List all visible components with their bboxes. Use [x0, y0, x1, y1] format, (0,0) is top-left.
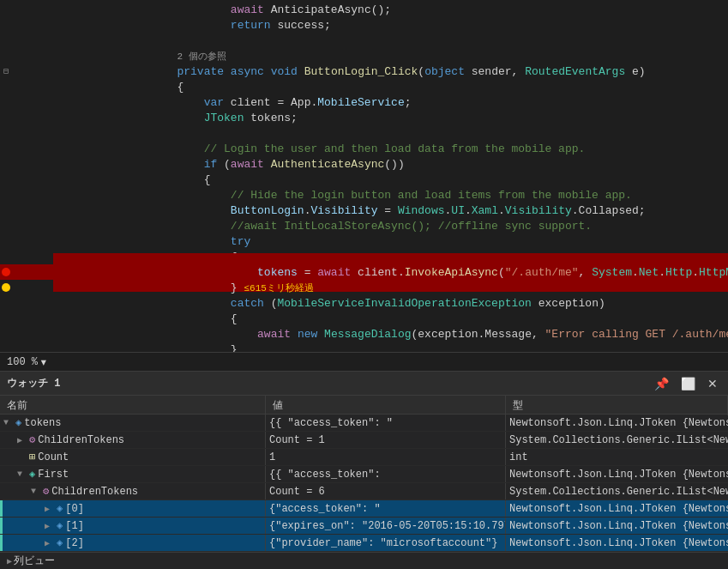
- bottom-arrow-icon: ▶: [7, 556, 12, 566]
- green-bar: [0, 500, 3, 517]
- code-content: }: [53, 330, 728, 353]
- watch-cell-name: ▶ ⚙ ChildrenTokens: [0, 432, 266, 448]
- col-header-value: 値: [266, 396, 506, 415]
- watch-cell-type: Newtonsoft.Json.Linq.JToken {Newtons: [506, 518, 728, 534]
- green-bar: [0, 518, 3, 534]
- expand-icon[interactable]: ▶: [45, 521, 57, 531]
- zoom-level: 100 %: [7, 356, 38, 368]
- children-icon: ⚙: [43, 485, 49, 498]
- watch-close-button[interactable]: ✕: [704, 375, 721, 392]
- watch-cell-type: Newtonsoft.Json.Linq.JToken {Newtons: [506, 466, 728, 482]
- green-bar: [0, 535, 3, 551]
- code-editor: await AnticipateAsync(); return success;: [0, 0, 728, 352]
- first-icon: ◈: [29, 468, 35, 481]
- expand-icon[interactable]: ▶: [17, 435, 29, 445]
- expand-icon[interactable]: ▶: [45, 504, 57, 514]
- warning-indicator: [0, 283, 12, 292]
- breakpoint-indicator: [0, 268, 12, 276]
- item-icon: ◈: [57, 519, 63, 532]
- watch-cell-name: ▼ ⚙ ChildrenTokens: [0, 483, 266, 499]
- col-header-name: 名前: [0, 396, 266, 415]
- watch-cell-value: {{ "access_token":: [266, 466, 506, 482]
- watch-panel: ウォッチ 1 📌 ⬜ ✕ 名前 値 型 ▼ ◈: [0, 371, 728, 569]
- watch-row-childrentokens1[interactable]: ▶ ⚙ ChildrenTokens Count = 1 System.Coll…: [0, 432, 728, 449]
- expand-icon[interactable]: ▼: [31, 487, 43, 496]
- watch-table-header: 名前 値 型: [0, 396, 728, 415]
- token-icon: ◈: [15, 416, 21, 429]
- col-header-type: 型: [506, 396, 728, 415]
- watch-cell-name: ▼ ◈ tokens: [0, 415, 266, 431]
- zoom-dropdown-icon[interactable]: ▾: [39, 354, 48, 371]
- bottom-bar[interactable]: ▶ 列ビュー: [0, 552, 728, 569]
- watch-cell-type: Newtonsoft.Json.Linq.JToken {Newtons: [506, 415, 728, 431]
- watch-cell-value: {"expires_on": "2016-05-20T05:15:10.7975…: [266, 518, 506, 534]
- watch-cell-value: {"provider_name": "microsoftaccount"}: [266, 535, 506, 551]
- watch-cell-value: 1: [266, 449, 506, 465]
- watch-cell-type: int: [506, 449, 728, 465]
- code-line: JToken tokens;: [0, 110, 728, 125]
- watch-cell-type: Newtonsoft.Json.Linq.JToken {Newtons: [506, 535, 728, 551]
- expand-icon[interactable]: ▶: [45, 538, 57, 548]
- code-lines: await AnticipateAsync(); return success;: [0, 0, 728, 352]
- watch-split-button[interactable]: ⬜: [677, 375, 699, 392]
- watch-cell-value: Count = 6: [266, 483, 506, 499]
- watch-pin-button[interactable]: 📌: [651, 375, 672, 392]
- watch-title: ウォッチ 1: [7, 376, 60, 390]
- item-icon: ◈: [57, 502, 63, 515]
- watch-row-tokens[interactable]: ▼ ◈ tokens {{ "access_token": " Newtonso…: [0, 415, 728, 432]
- watch-cell-name: ▶ ◈ [0]: [0, 500, 266, 517]
- editor-statusbar: 100 % ▾: [0, 352, 728, 371]
- watch-cell-type: Newtonsoft.Json.Linq.JToken {Newtons: [506, 500, 728, 517]
- watch-cell-name: ▶ ◈ [2]: [0, 535, 266, 551]
- expand-icon: [17, 452, 29, 462]
- collapse-indicator[interactable]: ⊟: [0, 66, 12, 76]
- code-line: return success;: [0, 17, 728, 33]
- watch-cell-value: Count = 1: [266, 432, 506, 448]
- watch-row-item0[interactable]: ▶ ◈ [0] {"access_token": " Newtonsoft.Js…: [0, 500, 728, 518]
- watch-cell-type: System.Collections.Generic.IList<Newto: [506, 432, 728, 448]
- count-icon: ⊞: [29, 451, 35, 463]
- expand-icon[interactable]: ▼: [3, 418, 15, 427]
- item-icon: ◈: [57, 536, 63, 549]
- children-icon: ⚙: [29, 433, 35, 446]
- watch-controls: 📌 ⬜ ✕: [651, 375, 721, 392]
- watch-cell-name: ⊞ Count: [0, 449, 266, 465]
- breakpoint-dot: [2, 268, 10, 276]
- watch-row-childrentokens2[interactable]: ▼ ⚙ ChildrenTokens Count = 6 System.Coll…: [0, 483, 728, 500]
- watch-cell-value: {{ "access_token": ": [266, 415, 506, 431]
- bottom-label: 列ビュー: [14, 554, 55, 568]
- warning-dot: [2, 283, 10, 292]
- watch-cell-name: ▼ ◈ First: [0, 466, 266, 482]
- watch-row-count[interactable]: ⊞ Count 1 int: [0, 449, 728, 466]
- watch-table: 名前 値 型 ▼ ◈ tokens {{ "access_token": ": [0, 396, 728, 569]
- app-container: await AnticipateAsync(); return success;: [0, 0, 728, 569]
- watch-header: ウォッチ 1 📌 ⬜ ✕: [0, 372, 728, 396]
- watch-cell-value: {"access_token": ": [266, 500, 506, 517]
- watch-cell-name: ▶ ◈ [1]: [0, 518, 266, 534]
- expand-icon[interactable]: ▼: [17, 469, 29, 479]
- watch-cell-type: System.Collections.Generic.IList<Newto: [506, 483, 728, 499]
- watch-rows: ▼ ◈ tokens {{ "access_token": " Newtonso…: [0, 415, 728, 552]
- watch-row-item1[interactable]: ▶ ◈ [1] {"expires_on": "2016-05-20T05:15…: [0, 518, 728, 535]
- code-line: }: [0, 342, 728, 352]
- watch-row-item2[interactable]: ▶ ◈ [2] {"provider_name": "microsoftacco…: [0, 535, 728, 552]
- watch-row-first[interactable]: ▼ ◈ First {{ "access_token": Newtonsoft.…: [0, 466, 728, 483]
